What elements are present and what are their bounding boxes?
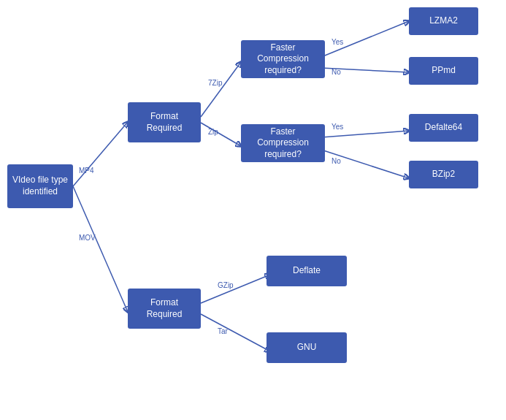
svg-line-6 [321, 131, 409, 137]
node-bzip2: BZip2 [409, 161, 478, 188]
svg-line-2 [201, 62, 241, 117]
svg-line-1 [73, 186, 128, 312]
svg-line-9 [201, 314, 270, 351]
node-deflate: Deflate [267, 256, 347, 286]
node-video-file: VIdeo file type identified [7, 164, 73, 208]
svg-line-0 [73, 122, 128, 186]
label-no1: No [331, 68, 341, 76]
node-ppmd: PPmd [409, 57, 478, 85]
node-gnu: GNU [267, 332, 347, 363]
label-zip: Zip [208, 128, 218, 136]
label-tar: Tar [218, 327, 228, 335]
svg-line-3 [201, 123, 241, 146]
node-format-required-mp4: Format Required [128, 102, 201, 142]
label-yes1: Yes [331, 38, 343, 46]
node-deflate64: Defalte64 [409, 114, 478, 142]
node-faster-compression-7zip: Faster Compression required? [241, 40, 325, 78]
label-no2: No [331, 157, 341, 165]
node-lzma2: LZMA2 [409, 7, 478, 35]
label-gzip: GZip [218, 281, 234, 289]
label-yes2: Yes [331, 123, 343, 131]
diagram: MP4 MOV 7Zip Zip Yes No Yes No GZip Tar … [0, 0, 506, 420]
node-faster-compression-zip: Faster Compression required? [241, 124, 325, 162]
svg-line-8 [201, 275, 270, 303]
label-7zip: 7Zip [208, 79, 222, 87]
node-format-required-mov: Format Required [128, 289, 201, 329]
label-mov: MOV [79, 234, 96, 242]
label-mp4: MP4 [79, 167, 94, 175]
